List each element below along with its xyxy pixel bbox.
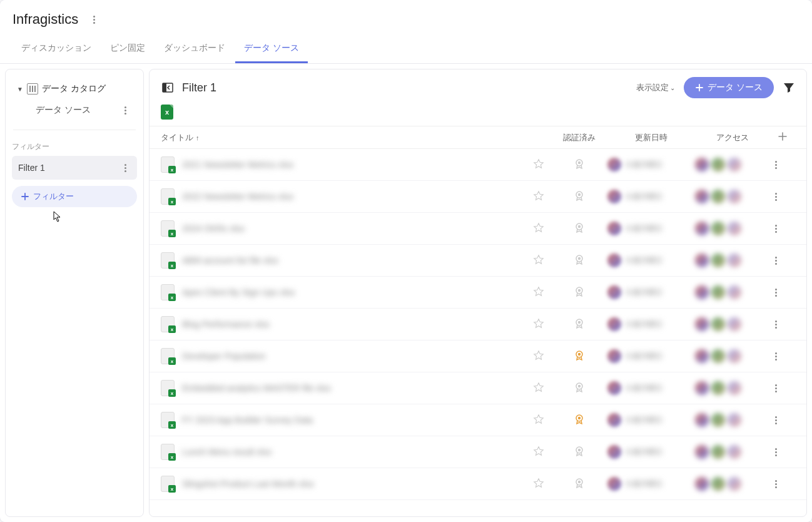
- row-more-icon[interactable]: [770, 191, 781, 202]
- certified-badge-icon: [573, 158, 586, 170]
- updated-date: 今週月曜日: [625, 192, 662, 202]
- display-settings-dropdown[interactable]: 表示設定 ⌄: [636, 82, 675, 93]
- avatar: [728, 477, 741, 491]
- file-excel-icon: [161, 188, 175, 205]
- file-excel-icon: [161, 316, 175, 332]
- avatar: [728, 317, 741, 331]
- add-column-icon[interactable]: [778, 131, 788, 141]
- filter-item[interactable]: Filter 1: [12, 156, 137, 180]
- row-more-icon[interactable]: [770, 223, 781, 234]
- avatar: [711, 445, 725, 459]
- file-title: FY 2023 App Builder Survey Data: [182, 415, 313, 425]
- svg-point-21: [578, 448, 581, 451]
- avatar: [607, 381, 621, 395]
- svg-point-11: [578, 289, 581, 291]
- favorite-icon[interactable]: [533, 254, 544, 265]
- catalog-header[interactable]: ▼ データ カタログ: [13, 79, 136, 98]
- add-datasource-button[interactable]: データ ソース: [684, 77, 774, 98]
- table-row[interactable]: FY 2023 App Builder Survey Data 今週月曜日: [150, 404, 806, 436]
- favorite-icon[interactable]: [533, 222, 544, 233]
- access-avatars: [695, 285, 770, 299]
- file-excel-icon: [161, 380, 175, 396]
- row-more-icon[interactable]: [770, 255, 781, 266]
- file-title: 2022 Newsletter Metrics xlsx: [182, 192, 293, 202]
- app-header: Infragistics ディスカッション ピン固定 ダッシュボード データ ソ…: [0, 0, 812, 64]
- collapse-sidebar-icon[interactable]: [161, 81, 175, 95]
- header-more-icon[interactable]: [88, 14, 99, 25]
- favorite-icon[interactable]: [533, 446, 544, 457]
- column-updated[interactable]: 更新日時: [607, 132, 695, 143]
- chevron-down-icon: ▼: [17, 86, 23, 93]
- column-title[interactable]: タイトル ↑: [161, 132, 526, 143]
- table-row[interactable]: Apex Client By Sign Ups xlsx 今週月曜日: [150, 277, 806, 309]
- updated-date: 今週月曜日: [625, 383, 662, 394]
- favorite-icon[interactable]: [533, 286, 544, 297]
- svg-point-5: [578, 193, 581, 195]
- favorite-icon[interactable]: [533, 190, 544, 202]
- avatar: [728, 158, 741, 171]
- svg-point-9: [578, 257, 581, 259]
- row-more-icon[interactable]: [770, 351, 781, 362]
- row-more-icon[interactable]: [770, 478, 781, 489]
- favorite-icon[interactable]: [533, 318, 544, 329]
- avatar: [711, 349, 725, 363]
- avatar: [607, 349, 621, 363]
- file-title: Apex Client By Sign Ups xlsx: [182, 287, 295, 297]
- access-avatars: [695, 317, 770, 331]
- tab-discussion[interactable]: ディスカッション: [13, 38, 100, 63]
- favorite-icon[interactable]: [533, 350, 544, 361]
- table-row[interactable]: 2022 Newsletter Metrics xlsx 今週月曜日: [150, 181, 806, 213]
- svg-point-3: [578, 161, 581, 163]
- row-more-icon[interactable]: [770, 382, 781, 394]
- sidebar-item-more-icon[interactable]: [119, 105, 131, 116]
- avatar: [711, 158, 725, 171]
- filter-section-label: フィルター: [6, 135, 143, 156]
- sidebar-item-label: データ ソース: [36, 105, 91, 116]
- favorite-icon[interactable]: [533, 158, 544, 170]
- tab-pinned[interactable]: ピン固定: [101, 38, 154, 63]
- avatar: [607, 190, 621, 203]
- catalog-label: データ カタログ: [42, 83, 106, 95]
- avatar: [728, 413, 741, 427]
- filter-item-more-icon[interactable]: [119, 162, 131, 173]
- table-row[interactable]: 2024 OKRs xlsx 今週月曜日: [150, 213, 806, 245]
- column-certified[interactable]: 認証済み: [551, 132, 607, 143]
- filter-icon[interactable]: [783, 81, 795, 94]
- file-title: Blog Performance xlsx: [182, 319, 270, 329]
- avatar: [607, 158, 621, 171]
- add-filter-button[interactable]: フィルター: [12, 186, 137, 207]
- file-excel-icon: [161, 284, 175, 300]
- avatar: [728, 445, 741, 459]
- favorite-icon[interactable]: [533, 382, 544, 393]
- updated-date: 今週月曜日: [625, 479, 662, 489]
- tab-dashboard[interactable]: ダッシュボード: [155, 38, 234, 63]
- table-row[interactable]: ABM account list file xlsx 今週月曜日: [150, 245, 806, 277]
- table-row[interactable]: Embedded analytics MASTER file xlsx 今週月曜…: [150, 372, 806, 404]
- updated-date: 今週月曜日: [625, 415, 662, 426]
- favorite-icon[interactable]: [533, 478, 544, 489]
- tab-datasource[interactable]: データ ソース: [235, 38, 308, 63]
- table-row[interactable]: Lunch Menu result xlsx 今週月曜日: [150, 436, 806, 468]
- row-more-icon[interactable]: [770, 414, 781, 426]
- avatar: [607, 285, 621, 299]
- avatar: [695, 253, 709, 267]
- svg-point-23: [578, 480, 581, 483]
- table-row[interactable]: Blog Performance xlsx 今週月曜日: [150, 309, 806, 340]
- sidebar-item-datasource[interactable]: データ ソース: [13, 98, 136, 122]
- row-more-icon[interactable]: [770, 446, 781, 458]
- sort-asc-icon: ↑: [196, 134, 200, 141]
- avatar: [607, 413, 621, 427]
- table-row[interactable]: Slingshot Product Last Month xlsx 今週月曜日: [150, 468, 806, 500]
- table-row[interactable]: Developer Population 今週月曜日: [150, 340, 806, 372]
- row-more-icon[interactable]: [770, 287, 781, 298]
- file-title: 2021 Newsletter Metrics xlsx: [182, 160, 293, 170]
- row-more-icon[interactable]: [770, 319, 781, 330]
- updated-date: 今週月曜日: [625, 287, 662, 298]
- row-more-icon[interactable]: [770, 159, 781, 170]
- column-access[interactable]: アクセス: [695, 132, 770, 143]
- table-header: タイトル ↑ 認証済み 更新日時 アクセス: [150, 126, 806, 149]
- updated-date: 今週月曜日: [625, 351, 662, 362]
- table-row[interactable]: 2021 Newsletter Metrics xlsx 今週月曜日: [150, 149, 806, 181]
- access-avatars: [695, 158, 770, 171]
- favorite-icon[interactable]: [533, 414, 544, 425]
